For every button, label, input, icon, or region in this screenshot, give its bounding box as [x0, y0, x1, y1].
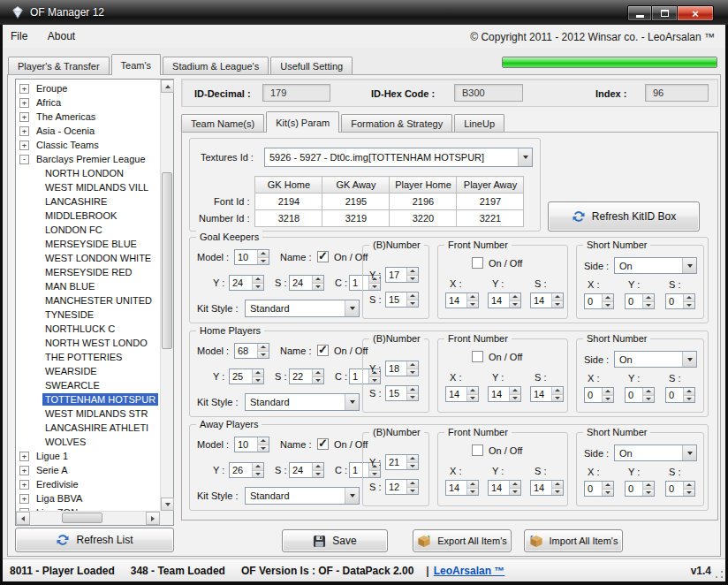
- model-spinner[interactable]: 10: [234, 437, 269, 452]
- spinner-updown-icons[interactable]: [602, 294, 613, 308]
- combo-dropdown-icon[interactable]: [682, 258, 696, 273]
- tree-expand-icon[interactable]: +: [19, 466, 29, 475]
- front-onoff-checkbox[interactable]: [472, 351, 483, 362]
- tree-item[interactable]: MERSEYSIDE RED: [16, 265, 160, 279]
- minimize-button[interactable]: [627, 5, 652, 21]
- spinner-updown-icons[interactable]: [257, 437, 269, 452]
- tree-item[interactable]: LONDON FC: [16, 223, 160, 237]
- short-s-spinner[interactable]: 0: [665, 387, 695, 403]
- spinner-updown-icons[interactable]: [257, 250, 269, 264]
- import-all-button[interactable]: Import All Item's: [524, 529, 623, 552]
- spinner-updown-icons[interactable]: [252, 463, 263, 477]
- tree-item[interactable]: TYNESIDE: [16, 308, 160, 322]
- spinner-updown-icons[interactable]: [312, 276, 323, 290]
- spinner-updown-icons[interactable]: [312, 463, 323, 477]
- tree-expand-icon[interactable]: +: [19, 126, 29, 136]
- scroll-left-icon[interactable]: [16, 512, 30, 525]
- spinner-updown-icons[interactable]: [466, 387, 478, 401]
- tree-item[interactable]: NORTHLUCK C: [16, 322, 160, 336]
- name-checkbox[interactable]: [317, 438, 329, 450]
- tree-item[interactable]: WEST LONDON WHITE: [16, 251, 160, 265]
- combo-dropdown-icon[interactable]: [345, 488, 359, 504]
- tree-item[interactable]: +Africa: [16, 95, 160, 110]
- short-y-spinner[interactable]: 0: [625, 481, 655, 497]
- front-s-spinner[interactable]: 14: [530, 386, 564, 402]
- spinner-updown-icons[interactable]: [683, 482, 694, 496]
- spinner-updown-icons[interactable]: [683, 294, 694, 308]
- spinner-updown-icons[interactable]: [602, 482, 613, 496]
- kit-style-combo[interactable]: Standard: [245, 300, 360, 317]
- tree-item[interactable]: SWEARCLE: [16, 378, 160, 392]
- s-spinner[interactable]: 22: [289, 368, 324, 384]
- scroll-right-icon[interactable]: [146, 512, 160, 525]
- tab-lineup[interactable]: LineUp: [454, 114, 504, 132]
- tab-players-transfer[interactable]: Player's & Transfer: [8, 57, 110, 74]
- tab-teams[interactable]: Team's: [111, 54, 162, 75]
- s-spinner[interactable]: 24: [289, 462, 324, 478]
- spinner-updown-icons[interactable]: [406, 361, 418, 376]
- tree-horizontal-scrollbar[interactable]: [16, 511, 160, 525]
- combo-dropdown-icon[interactable]: [345, 300, 359, 316]
- side-combo[interactable]: On: [614, 444, 697, 461]
- tree-collapse-icon[interactable]: -: [19, 155, 29, 164]
- model-spinner[interactable]: 68: [234, 343, 269, 359]
- short-s-spinner[interactable]: 0: [665, 481, 695, 497]
- scroll-down-icon[interactable]: [161, 498, 174, 511]
- id-decimal-field[interactable]: 179: [262, 84, 330, 102]
- export-all-button[interactable]: Export All Item's: [413, 529, 512, 552]
- short-y-spinner[interactable]: 0: [625, 293, 655, 309]
- tree-expand-icon[interactable]: +: [19, 98, 29, 108]
- front-x-spinner[interactable]: 14: [445, 292, 479, 308]
- tree-item[interactable]: +The Americas: [16, 110, 160, 124]
- short-x-spinner[interactable]: 0: [584, 387, 614, 403]
- tree-item[interactable]: MERSEYSIDE BLUE: [16, 237, 160, 251]
- tree-item[interactable]: MIDDLEBROOK: [16, 209, 160, 223]
- tree-item[interactable]: WEST MIDLANDS VILL: [16, 180, 160, 194]
- spinner-updown-icons[interactable]: [642, 482, 654, 496]
- y-spinner[interactable]: 25: [229, 368, 264, 384]
- tree-item[interactable]: +Eroupe: [16, 81, 160, 95]
- scroll-up-icon[interactable]: [161, 80, 174, 93]
- tree-item[interactable]: +Liga BBVA: [16, 491, 160, 505]
- bnumber-y-spinner[interactable]: 21: [385, 454, 419, 470]
- tree-item[interactable]: +Eredivisie: [16, 477, 160, 491]
- tree-expand-icon[interactable]: +: [19, 141, 29, 150]
- front-onoff-checkbox[interactable]: [472, 444, 483, 456]
- tab-team-names[interactable]: Team Name(s): [181, 114, 264, 132]
- vertical-scroll-thumb[interactable]: [162, 172, 172, 349]
- title-bar[interactable]: OF Manager 12 ×: [0, 0, 728, 25]
- spinner-updown-icons[interactable]: [683, 388, 694, 402]
- spinner-updown-icons[interactable]: [642, 294, 654, 308]
- tree-expand-icon[interactable]: +: [19, 480, 29, 490]
- y-spinner[interactable]: 24: [229, 275, 264, 291]
- index-field[interactable]: 96: [645, 84, 709, 102]
- tab-stadium-leagues[interactable]: Stadium & League's: [163, 57, 269, 74]
- spinner-updown-icons[interactable]: [642, 388, 654, 402]
- front-y-spinner[interactable]: 14: [488, 386, 521, 402]
- front-y-spinner[interactable]: 14: [488, 292, 521, 308]
- name-checkbox[interactable]: [317, 345, 329, 356]
- s-spinner[interactable]: 24: [289, 275, 324, 291]
- leoarsalan-link[interactable]: LeoArsalan ™: [434, 565, 505, 577]
- tab-usefull-setting[interactable]: Usefull Setting: [270, 57, 353, 74]
- tree-item[interactable]: THE POTTERIES: [16, 350, 160, 364]
- tree-expand-icon[interactable]: +: [19, 452, 29, 461]
- menu-about[interactable]: About: [40, 25, 83, 48]
- front-s-spinner[interactable]: 14: [530, 480, 564, 496]
- tree-item[interactable]: +Ligue 1: [16, 449, 160, 463]
- id-hex-field[interactable]: B300: [454, 84, 523, 102]
- tree-expand-icon[interactable]: +: [19, 494, 29, 504]
- short-s-spinner[interactable]: 0: [665, 293, 695, 309]
- combo-dropdown-icon[interactable]: [682, 352, 696, 367]
- spinner-updown-icons[interactable]: [551, 387, 563, 401]
- tree-expand-icon[interactable]: +: [19, 84, 29, 94]
- tree-item[interactable]: MANCHESTER UNITED: [16, 293, 160, 308]
- tree-item[interactable]: NORTH LONDON: [16, 166, 160, 180]
- spinner-updown-icons[interactable]: [406, 455, 418, 469]
- tree-item[interactable]: LANCASHIRE ATHLETI: [16, 421, 160, 435]
- short-x-spinner[interactable]: 0: [584, 293, 614, 309]
- spinner-updown-icons[interactable]: [551, 293, 563, 308]
- name-checkbox[interactable]: [317, 251, 329, 262]
- resize-grip[interactable]: [714, 570, 724, 580]
- menu-file[interactable]: File: [3, 25, 35, 48]
